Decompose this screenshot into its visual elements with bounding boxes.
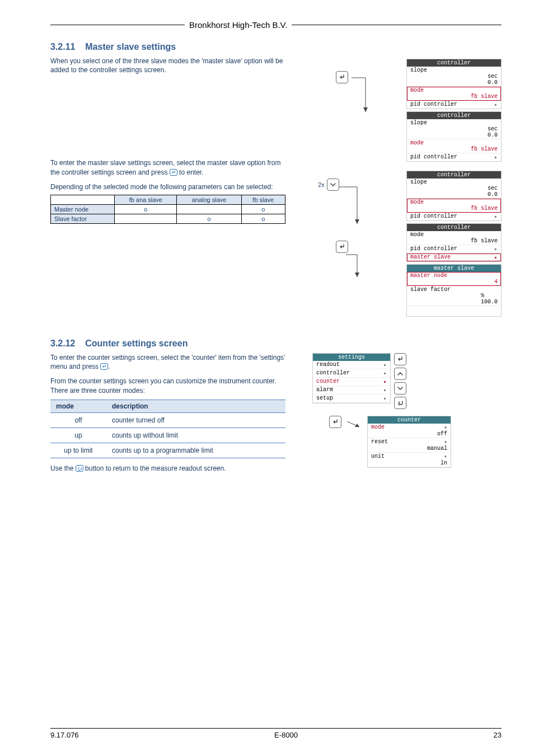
counter-panel: counter mode▾off reset▾manual unit▾ln: [367, 416, 451, 468]
table-row: up to limitcounts up to a programmable l…: [50, 443, 285, 458]
controller-panel: controller slopesec0.0 modefb slave pid …: [406, 111, 502, 162]
rule-right: [292, 25, 502, 25]
back-button-icon: [394, 397, 406, 409]
col-fb-ana-slave: fb ana slave: [115, 195, 177, 204]
settings-panel: settings readout▸ controller▸ counter▸ a…: [312, 353, 391, 403]
table-row: Master node o o: [51, 204, 285, 214]
col-analog-slave: analog slave: [177, 195, 241, 204]
section-3-2-12-title: 3.2.12 Counter settings screen: [50, 339, 502, 349]
sec2-para1: To enter the counter settings screen, se…: [50, 353, 285, 371]
diagram-controller-1: controller slopesec0.0 modefb slave pid …: [296, 59, 502, 159]
enter-button-icon: [394, 353, 406, 365]
panel-title: controller: [407, 59, 501, 67]
enter-icon: [100, 363, 108, 370]
footer-page-number: 23: [494, 731, 502, 739]
sec2-para3: Use the button to return to the measure …: [50, 464, 285, 473]
back-icon: [76, 465, 83, 472]
enter-button-icon: [336, 71, 348, 83]
enter-button-icon: [336, 241, 348, 253]
svg-marker-1: [355, 219, 359, 224]
controller-panel: controller modefb slave pid controller▸ …: [406, 223, 502, 262]
section-3-2-11-title: 3.2.11 Master slave settings: [50, 42, 502, 52]
section-heading: Master slave settings: [85, 42, 176, 51]
table-row: Slave factor o o: [51, 214, 285, 223]
down-button-icon: [394, 382, 406, 395]
table-row: offcounter turned off: [50, 412, 285, 428]
footer-model: E-8000: [274, 731, 298, 739]
footer-doc-id: 9.17.076: [50, 731, 79, 739]
controller-panel: controller slopesec0.0 modefb slave pid …: [406, 171, 502, 221]
down-button-icon: [327, 179, 339, 191]
svg-marker-2: [355, 273, 359, 277]
up-button-icon: [394, 368, 406, 380]
connector-lines: [324, 179, 380, 319]
controller-panel: controller slopesec0.0 modefb slave pid …: [406, 59, 502, 109]
sec1-para1: When you select one of the three slave m…: [50, 57, 285, 74]
sec1-para2: To enter the master slave settings scree…: [50, 158, 285, 176]
company-name: Bronkhorst High-Tech B.V.: [185, 20, 292, 30]
col-mode: mode: [50, 400, 106, 412]
sec1-para3: Depending of the selected mode the follo…: [50, 182, 285, 191]
enter-button-icon: [329, 416, 341, 428]
counter-mode-table: mode description offcounter turned off u…: [50, 400, 285, 458]
rule-left: [50, 25, 185, 25]
diagram-controller-2: 2x controller slopesec0.0 modefb slave p…: [296, 171, 502, 316]
enter-icon: [170, 169, 177, 176]
section-heading: Counter settings screen: [85, 339, 188, 348]
settings-diagram: settings readout▸ controller▸ counter▸ a…: [312, 353, 502, 409]
header-rule: Bronkhorst High-Tech B.V.: [50, 20, 502, 30]
label-2x: 2x: [318, 181, 325, 188]
table-row: upcounts up without limit: [50, 428, 285, 443]
col-description: description: [106, 400, 285, 412]
panel-title: counter: [368, 416, 451, 424]
master-slave-panel: master slave master node4 slave factor%1…: [406, 264, 502, 317]
col-fb-slave: fb slave: [241, 195, 285, 204]
counter-diagram: counter mode▾off reset▾manual unit▾ln: [329, 416, 502, 468]
sec2-para2: From the counter settings screen you can…: [50, 377, 285, 395]
section-number: 3.2.12: [50, 339, 75, 348]
page-footer: 9.17.076 E-8000 23: [50, 728, 502, 739]
section-number: 3.2.11: [50, 42, 75, 51]
connector-line: [346, 416, 363, 429]
panel-title: settings: [313, 354, 390, 361]
svg-marker-0: [363, 107, 368, 112]
slave-mode-table: fb ana slave analog slave fb slave Maste…: [50, 195, 285, 224]
connector-lines: [346, 70, 380, 148]
